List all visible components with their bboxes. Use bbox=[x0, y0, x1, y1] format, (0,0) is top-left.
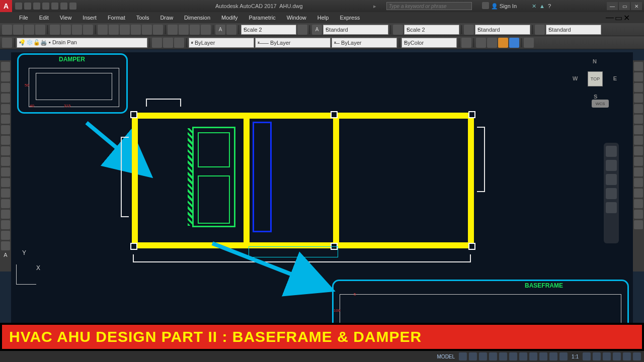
linetype-dropdown[interactable]: —— ByLayer▾ bbox=[255, 38, 331, 48]
dimedit-icon[interactable] bbox=[190, 25, 200, 35]
qat-arrow-icon[interactable]: ▸ bbox=[373, 3, 376, 10]
fullnav-icon[interactable] bbox=[606, 146, 617, 157]
viewcube-wcs[interactable]: WCS bbox=[592, 100, 609, 108]
viewcube-east[interactable]: E bbox=[613, 75, 617, 81]
signin-area[interactable]: 👤 Sign In bbox=[482, 2, 517, 10]
undo-icon[interactable] bbox=[60, 3, 67, 10]
navigation-bar[interactable] bbox=[604, 143, 619, 243]
zoom-icon[interactable] bbox=[606, 174, 617, 185]
new-icon[interactable] bbox=[15, 3, 22, 10]
viewcube[interactable]: N S E W TOP WCS bbox=[578, 61, 613, 97]
visual-style-2-icon[interactable] bbox=[487, 38, 497, 48]
doc-minimize-button[interactable]: — bbox=[606, 13, 614, 23]
visual-style-1-icon[interactable] bbox=[476, 38, 486, 48]
refresh-icon[interactable] bbox=[524, 38, 534, 48]
textstyle-icon[interactable]: A bbox=[312, 25, 322, 35]
table-icon[interactable] bbox=[393, 25, 403, 35]
line-icon[interactable] bbox=[2, 25, 12, 35]
mleader-icon[interactable] bbox=[535, 25, 545, 35]
lwt-icon[interactable] bbox=[519, 352, 527, 360]
minimize-button[interactable]: — bbox=[607, 2, 618, 10]
center-icon[interactable] bbox=[179, 25, 189, 35]
snap-icon[interactable] bbox=[469, 352, 477, 360]
circle-icon[interactable] bbox=[50, 25, 60, 35]
dyn-input-icon[interactable] bbox=[559, 352, 568, 360]
polar-icon[interactable] bbox=[489, 352, 497, 360]
arc-icon[interactable] bbox=[24, 25, 34, 35]
color-dropdown[interactable]: ▪ ByLayer▾ bbox=[189, 38, 254, 48]
table-scale-dropdown[interactable]: Scale 2▾ bbox=[404, 25, 459, 35]
open-icon[interactable] bbox=[24, 3, 31, 10]
anno-icon[interactable] bbox=[583, 352, 591, 360]
rectangle-icon[interactable] bbox=[83, 25, 93, 35]
polygon-icon[interactable] bbox=[72, 25, 82, 35]
right-toolbar[interactable] bbox=[633, 60, 644, 272]
layer-dropdown[interactable]: 💡❄️🔓🖨️ ▪ Drain Pan▾ bbox=[17, 38, 147, 48]
pan-icon[interactable] bbox=[606, 160, 617, 171]
lineweight-dropdown[interactable]: — ByLayer▾ bbox=[332, 38, 397, 48]
status-model[interactable]: MODEL bbox=[435, 352, 457, 360]
osnap-icon[interactable] bbox=[499, 352, 507, 360]
menu-insert[interactable]: Insert bbox=[77, 14, 102, 22]
pline-icon[interactable] bbox=[13, 25, 23, 35]
spline-icon[interactable] bbox=[35, 25, 45, 35]
anno-scale[interactable]: 1:1 bbox=[570, 352, 581, 360]
render-icon[interactable] bbox=[461, 38, 471, 48]
menu-file[interactable]: File bbox=[14, 14, 33, 22]
menu-express[interactable]: Express bbox=[335, 14, 365, 22]
exchange-icon[interactable]: ✕ bbox=[532, 3, 536, 10]
text-icon[interactable]: A bbox=[215, 25, 225, 35]
isolate-icon[interactable] bbox=[613, 352, 621, 360]
tablestyle-icon[interactable] bbox=[464, 25, 474, 35]
laymcur-icon[interactable] bbox=[152, 38, 162, 48]
doc-close-button[interactable]: ✕ bbox=[623, 13, 630, 23]
laystate-icon[interactable] bbox=[174, 38, 184, 48]
orbit-icon[interactable] bbox=[606, 188, 617, 199]
save-icon[interactable] bbox=[33, 3, 40, 10]
menu-edit[interactable]: Edit bbox=[34, 14, 54, 22]
dim-scale-dropdown[interactable]: Scale 2▾ bbox=[241, 25, 296, 35]
dim-angular-icon[interactable] bbox=[120, 25, 130, 35]
dim-continue-icon[interactable] bbox=[142, 25, 152, 35]
viewcube-south[interactable]: S bbox=[594, 94, 597, 100]
tol-icon[interactable] bbox=[168, 25, 178, 35]
layer-mgr-icon[interactable] bbox=[2, 38, 12, 48]
table-style-dropdown[interactable]: Standard▾ bbox=[475, 25, 530, 35]
help-search-input[interactable] bbox=[386, 2, 472, 10]
dim-radius-icon[interactable] bbox=[131, 25, 141, 35]
maximize-button[interactable]: ▭ bbox=[619, 2, 630, 10]
visual-style-4-icon[interactable] bbox=[509, 38, 519, 48]
menu-view[interactable]: View bbox=[55, 14, 77, 22]
menu-parametric[interactable]: Parametric bbox=[244, 14, 280, 22]
drawing-area[interactable]: N S E W TOP WCS Y X DAMPER 315 50 40 bbox=[11, 52, 633, 340]
menu-window[interactable]: Window bbox=[282, 14, 311, 22]
left-toolbar[interactable]: A bbox=[0, 60, 11, 272]
dimupdate-icon[interactable] bbox=[201, 25, 211, 35]
dim-aligned-icon[interactable] bbox=[109, 25, 119, 35]
doc-maximize-button[interactable]: ▭ bbox=[615, 13, 622, 23]
help-icon[interactable]: ? bbox=[548, 3, 551, 10]
hardware-icon[interactable] bbox=[603, 352, 611, 360]
ortho-icon[interactable] bbox=[479, 352, 487, 360]
menu-dimension[interactable]: Dimension bbox=[179, 14, 215, 22]
mtext-icon[interactable] bbox=[226, 25, 236, 35]
menu-modify[interactable]: Modify bbox=[216, 14, 243, 22]
menu-draw[interactable]: Draw bbox=[155, 14, 178, 22]
dynucs-icon[interactable] bbox=[549, 352, 557, 360]
cycling-icon[interactable] bbox=[539, 352, 547, 360]
plotstyle-dropdown[interactable]: ByColor▾ bbox=[401, 38, 457, 48]
mleader-style-dropdown[interactable]: Standard▾ bbox=[546, 25, 601, 35]
clean-icon[interactable] bbox=[623, 352, 631, 360]
menu-tools[interactable]: Tools bbox=[131, 14, 154, 22]
dimstyle-icon[interactable] bbox=[297, 25, 307, 35]
layprev-icon[interactable] bbox=[163, 38, 173, 48]
plot-icon[interactable] bbox=[51, 3, 58, 10]
dim-linear-icon[interactable] bbox=[98, 25, 108, 35]
menu-format[interactable]: Format bbox=[103, 14, 130, 22]
visual-style-3-icon[interactable] bbox=[498, 38, 508, 48]
grid-icon[interactable] bbox=[459, 352, 467, 360]
text-style-dropdown[interactable]: Standard▾ bbox=[323, 25, 388, 35]
quick-access-toolbar[interactable] bbox=[12, 3, 79, 10]
a360-icon[interactable]: ▲ bbox=[539, 3, 545, 10]
showmotion-icon[interactable] bbox=[606, 202, 617, 213]
